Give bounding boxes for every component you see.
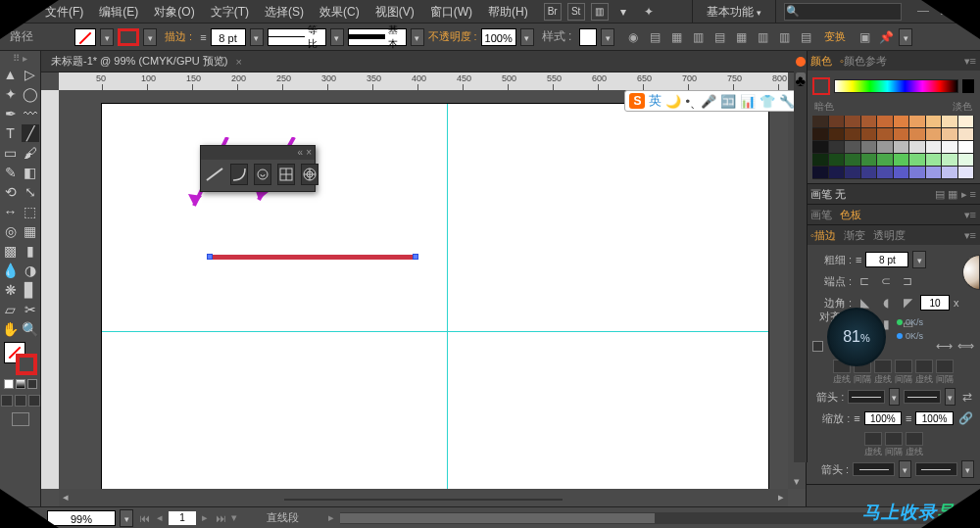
color-black[interactable] [962,79,974,93]
palette-swatch[interactable] [861,167,878,179]
dash-align-a-icon[interactable]: ⟷ [935,337,953,355]
line-tool[interactable]: ╱ [22,124,39,142]
layout-icon-dd[interactable]: ▥ [591,3,609,21]
scale-tool[interactable]: ⤡ [22,183,39,201]
dashed-checkbox[interactable] [812,341,823,352]
stroke-weight-input[interactable]: 8 pt [211,28,246,46]
align-h-icon[interactable]: ▥ [775,28,793,46]
panel-close-icon[interactable]: × [306,148,312,158]
dash-field[interactable] [936,360,954,373]
color-tab[interactable]: 颜色 [810,54,832,69]
artboard-tool[interactable]: ▱ [2,301,20,318]
palette-swatch[interactable] [958,116,975,128]
paintbrush-tool[interactable]: 🖌 [22,144,39,162]
palette-swatch[interactable] [812,154,829,167]
brush-option-grid[interactable] [277,164,295,185]
palette-swatch[interactable] [942,128,958,141]
zoom-dropdown[interactable]: ▾ [120,509,133,527]
guide-vertical[interactable] [447,104,448,489]
palette-swatch[interactable] [812,116,829,128]
strip-icon-1[interactable] [796,57,806,67]
palette-swatch[interactable] [958,167,975,179]
menu-object[interactable]: 对象(O) [146,0,202,24]
palette-swatch[interactable] [845,154,861,167]
dash-align-b-icon[interactable]: ⟺ [956,337,974,355]
arrow2-start-dd[interactable]: ▾ [899,460,911,478]
rotate-tool[interactable]: ⟲ [2,183,20,201]
panel-menu-icon[interactable]: ▾≡ [964,229,976,242]
palette-swatch[interactable] [812,128,829,141]
brush-option-spiral[interactable] [254,164,271,185]
graph-tool[interactable]: ▊ [22,281,39,299]
dash-field[interactable] [885,432,903,446]
arrow-end-dd[interactable]: ▾ [945,388,956,406]
gradient-tab[interactable]: 渐变 [844,228,865,243]
ime-mic-icon[interactable]: 🎤 [701,94,716,109]
active-color-swatch[interactable] [812,77,830,95]
menu-effect[interactable]: 效果(C) [312,0,368,24]
cap-round-icon[interactable]: ⊂ [877,272,895,290]
arrow2-end-dropdown[interactable] [915,462,957,476]
layout-dropdown-icon[interactable]: ▾ [614,3,632,21]
palette-swatch[interactable] [829,167,846,179]
search-input[interactable]: 🔍 [784,3,902,21]
scroll-right-icon[interactable]: ▸ [774,491,788,504]
dash-field[interactable] [895,360,912,373]
cap-square-icon[interactable]: ⊐ [899,272,916,290]
gradient-mode-icon[interactable] [16,379,25,389]
brush-option-arc[interactable] [230,164,248,185]
arrow-scale-a[interactable]: 100% [864,411,902,425]
stroke-variable-preview[interactable]: 等比 [268,28,326,46]
ime-skin-icon[interactable]: 📊 [740,94,756,109]
color-spectrum[interactable] [834,79,958,93]
color-palette-grid[interactable] [812,116,974,179]
anchor-point-end[interactable] [413,254,418,260]
palette-swatch[interactable] [942,167,958,179]
strip-icon-2[interactable]: ♣ [796,72,806,82]
fill-stroke-swatches[interactable] [4,342,37,375]
stroke-profile-dropdown[interactable]: ▾ [411,28,424,46]
palette-swatch[interactable] [926,116,943,128]
ime-moon-icon[interactable]: 🌙 [665,94,681,109]
panel-collapse-icon[interactable]: « [298,148,304,158]
stroke-tab[interactable]: ◦描边 [810,228,836,243]
artboard-number[interactable]: 1 [169,511,196,525]
collapsed-panel-strip[interactable]: ♣ [794,51,808,462]
palette-swatch[interactable] [926,141,943,154]
dash-field[interactable] [915,360,933,373]
palette-swatch[interactable] [829,116,846,128]
palette-swatch[interactable] [812,141,829,154]
zoom-tool[interactable]: 🔍 [22,320,39,338]
palette-swatch[interactable] [845,116,861,128]
palette-swatch[interactable] [812,167,829,179]
symbol-sprayer-tool[interactable]: ❋ [2,281,20,299]
align-center-icon[interactable]: ▦ [667,28,685,46]
palette-swatch[interactable] [894,167,910,179]
palette-swatch[interactable] [894,141,910,154]
stroke-dropdown[interactable]: ▾ [143,28,157,46]
brushes-tab[interactable]: 画笔 [810,208,832,222]
link-scale-icon[interactable]: 🔗 [957,409,974,427]
stroke-indicator[interactable] [16,354,37,375]
palette-swatch[interactable] [894,154,910,167]
palette-swatch[interactable] [926,167,943,179]
free-transform-tool[interactable]: ⬚ [22,203,39,220]
palette-swatch[interactable] [845,128,861,141]
hand-tool[interactable]: ✋ [2,320,20,338]
ime-punct-icon[interactable]: •ˎ [685,94,697,109]
next-artboard-icon[interactable]: ▸ [198,511,212,524]
draw-inside-icon[interactable] [28,395,40,407]
panel-menu-icon[interactable]: ▾≡ [964,55,976,68]
eraser-tool[interactable]: ◧ [22,164,39,181]
curvature-tool[interactable]: 〰 [22,105,39,122]
arrow2-start-dropdown[interactable] [853,462,895,476]
menu-edit[interactable]: 编辑(E) [91,0,146,24]
palette-swatch[interactable] [861,128,878,141]
type-tool[interactable]: T [2,124,20,142]
brush-option-polar[interactable] [301,164,318,185]
palette-swatch[interactable] [942,154,958,167]
recolor-icon[interactable]: ◉ [624,28,642,46]
slice-tool[interactable]: ✂ [22,301,39,318]
arrow-start-dd[interactable]: ▾ [889,388,901,406]
panel-menu-icon[interactable]: ▾≡ [964,209,976,221]
